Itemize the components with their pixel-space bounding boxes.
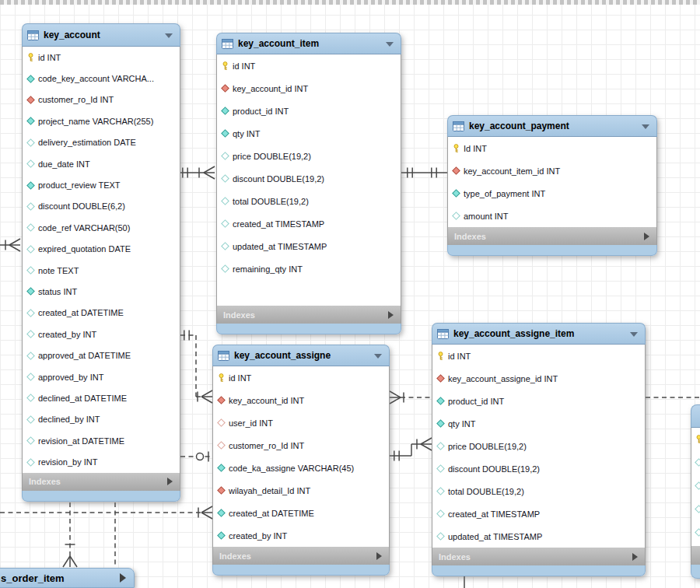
eer-diagram-canvas[interactable]: { "labels": { "indexes": "Indexes" }, "c… [0, 0, 700, 588]
indexes-section[interactable]: Indexes [212, 547, 390, 565]
table-column-row[interactable]: created_by INT [213, 524, 389, 547]
table-column-row[interactable]: customer_ro_Id INT [23, 89, 180, 110]
table-column-row[interactable]: id INT [213, 366, 389, 389]
expand-indexes-icon[interactable] [632, 553, 638, 561]
expand-table-icon[interactable] [120, 573, 126, 583]
table-column-row[interactable]: created_by INT [23, 324, 180, 345]
table-column-row[interactable]: price DOUBLE(19,2) [432, 435, 645, 457]
collapse-table-icon[interactable] [374, 354, 382, 359]
table-column-row[interactable]: type_of_payment INT [448, 182, 656, 205]
table-column-row[interactable]: qty INT [217, 122, 401, 145]
table-footer [447, 245, 657, 256]
table-s_order_item-collapsed[interactable]: s_order_item [0, 568, 135, 588]
table-column-row[interactable]: price DOUBLE(19,2) [217, 145, 401, 167]
table-column-row[interactable]: discount DOUBLE(6,2) [23, 196, 180, 217]
table-column-row[interactable]: declined_at DATETIME [23, 387, 180, 408]
table-column-row[interactable]: id INT [217, 54, 401, 77]
table-column-row[interactable]: discount DOUBLE(19,2) [432, 457, 645, 480]
table-column-row[interactable]: qty INT [432, 412, 645, 435]
table-column-row[interactable]: user_id INT [213, 411, 389, 434]
table-key_account_assigne_item[interactable]: key_account_assigne_itemid INTkey_accoun… [432, 323, 646, 576]
table-key_account_item[interactable]: key_account_itemid INTkey_account_id INT… [216, 33, 401, 334]
table-column-row[interactable]: updated_at TIMESTAMP [432, 525, 645, 548]
table-column-row[interactable]: expired_quotation DATE [23, 239, 180, 260]
foreign-key-icon [221, 84, 229, 93]
table-column-row[interactable]: code_ref VARCHAR(50) [23, 217, 180, 238]
table-header[interactable]: key_account [22, 23, 180, 47]
table-column-row[interactable]: created_at TIMESTAMP [432, 502, 645, 525]
table-column-row[interactable]: customer_ro_Id INT [213, 434, 389, 457]
relationship-line[interactable] [0, 506, 212, 519]
column-label: revision_by INT [38, 457, 97, 467]
expand-indexes-icon[interactable] [376, 552, 382, 560]
collapse-table-icon[interactable] [642, 124, 649, 129]
relationship-line[interactable] [180, 452, 212, 462]
nullable-column-icon [695, 528, 700, 537]
table-header[interactable]: key_account_item [216, 33, 401, 54]
table-column-row[interactable]: code_ka_assigne VARCHAR(45) [213, 457, 389, 479]
table-column-row[interactable]: key_account_id INT [217, 77, 401, 100]
primary-key-icon [221, 61, 229, 70]
indexes-section[interactable]: Indexes [447, 227, 657, 245]
table-column-row[interactable]: discount DOUBLE(19,2) [217, 167, 401, 190]
table-column-row[interactable]: product_id INT [432, 390, 645, 412]
table-column-row[interactable]: id INT [432, 345, 645, 367]
table-column-row[interactable]: Id INT [448, 137, 656, 159]
nullable-column-icon [452, 212, 460, 220]
table-column-row[interactable]: remaining_qty INT [217, 257, 401, 280]
indexes-section[interactable]: Indexes [432, 548, 646, 565]
table-column-row[interactable]: approved_at DATETIME [23, 345, 180, 366]
table-column-row[interactable]: created_at TIMESTAMP [217, 212, 401, 235]
table-icon [453, 121, 464, 131]
table-title: key_account_payment [469, 121, 569, 131]
table-header[interactable]: key_account_assigne_item [432, 323, 646, 345]
table-column-row[interactable]: product_id INT [217, 100, 401, 122]
relationship-line[interactable] [180, 166, 215, 179]
table-column-row[interactable]: delivery_estimation DATE [23, 132, 180, 153]
table-column-row[interactable]: code_key_account VARCHA... [23, 68, 180, 89]
table-column-row[interactable]: created_at DATETIME [213, 502, 389, 524]
expand-indexes-icon[interactable] [167, 478, 173, 485]
indexes-section[interactable]: Indexes [22, 473, 180, 491]
table-column-row[interactable]: amount INT [448, 205, 656, 227]
table-column-row[interactable]: revision_at DATETIME [23, 430, 180, 451]
table-key_account[interactable]: key_accountid INTcode_key_account VARCHA… [22, 23, 180, 502]
collapse-table-icon[interactable] [165, 33, 173, 38]
table-column-row[interactable]: declined_by INT [23, 409, 180, 430]
collapse-table-icon[interactable] [630, 332, 638, 337]
table-column-row[interactable]: total DOUBLE(19,2) [217, 190, 401, 212]
table-header[interactable] [691, 404, 700, 428]
table-column-row[interactable]: updated_at TIMESTAMP [217, 235, 401, 257]
collapse-table-icon[interactable] [386, 42, 394, 47]
table-column-row[interactable]: approved_by INT [23, 366, 180, 387]
table-key_account_assigne[interactable]: key_account_assigneid INTkey_account_id … [212, 345, 390, 576]
expand-indexes-icon[interactable] [388, 311, 394, 319]
relationship-line[interactable] [390, 438, 432, 461]
table-partial-offscreen[interactable] [691, 404, 700, 579]
column-label: id INT [448, 352, 471, 361]
table-column-row[interactable]: status INT [23, 281, 180, 302]
table-column-row[interactable]: note TEXT [23, 260, 180, 281]
table-column-row[interactable]: product_review TEXT [23, 174, 180, 195]
table-column-row[interactable]: id INT [23, 47, 180, 68]
indexes-section[interactable] [691, 546, 700, 565]
table-column-row[interactable]: key_account_id INT [213, 389, 389, 411]
relationship-line[interactable] [401, 168, 447, 178]
indexes-section[interactable]: Indexes [216, 306, 401, 324]
nullable-column-icon [695, 481, 700, 490]
table-header[interactable]: key_account_assigne [212, 345, 390, 366]
table-column-row[interactable]: revision_by INT [23, 451, 180, 472]
table-column-row[interactable]: due_date INT [23, 153, 180, 174]
table-column-row[interactable]: created_at DATETIME [23, 303, 180, 324]
table-column-row[interactable]: wilayah_detail_Id INT [213, 479, 389, 502]
table-column-row[interactable]: key_account_assigne_id INT [432, 367, 645, 390]
relationship-line[interactable] [180, 331, 212, 404]
nullable-column-icon [26, 458, 35, 467]
expand-indexes-icon[interactable] [644, 233, 649, 240]
relationship-line[interactable] [0, 239, 20, 251]
table-column-row[interactable]: key_account_item_id INT [448, 159, 656, 182]
table-column-row[interactable]: total DOUBLE(19,2) [432, 480, 645, 502]
table-header[interactable]: key_account_payment [447, 115, 657, 137]
table-column-row[interactable]: project_name VARCHAR(255) [23, 110, 180, 131]
table-key_account_payment[interactable]: key_account_paymentId INTkey_account_ite… [447, 115, 657, 256]
